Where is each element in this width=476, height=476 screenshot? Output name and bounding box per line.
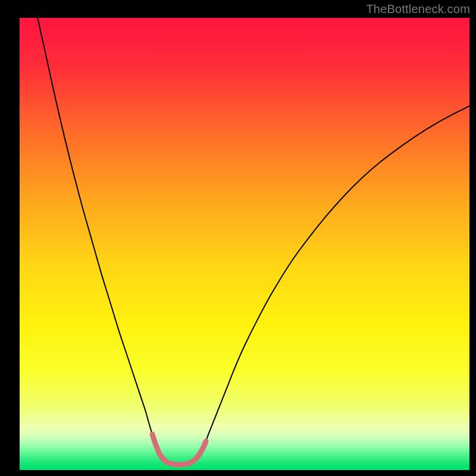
- plot-background: [20, 18, 469, 470]
- chart-svg: [0, 0, 476, 476]
- watermark-text: TheBottleneck.com: [366, 2, 470, 16]
- chart-frame: TheBottleneck.com: [0, 0, 476, 476]
